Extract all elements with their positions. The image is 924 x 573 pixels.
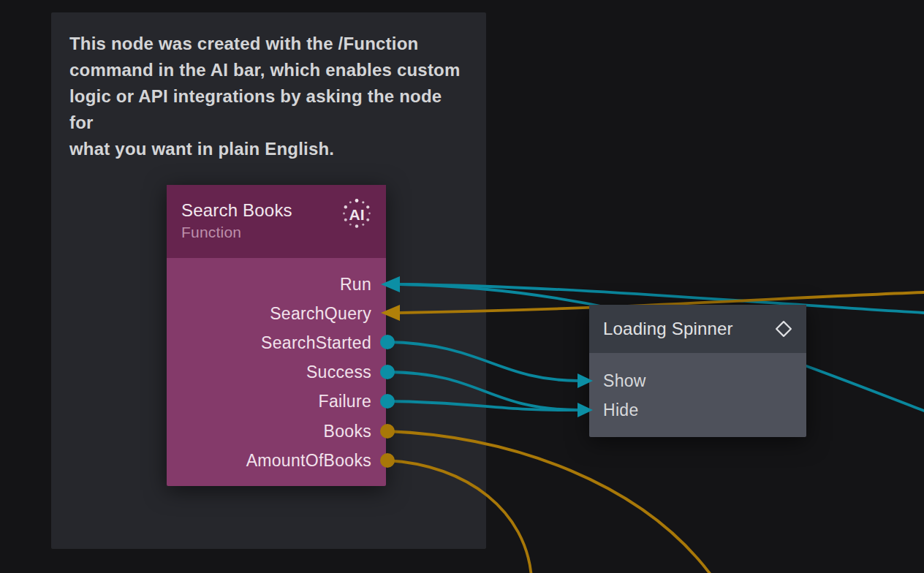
port-show[interactable]: Show: [589, 366, 806, 395]
node-loading-spinner[interactable]: Loading Spinner Show Hide: [589, 305, 806, 437]
port-books[interactable]: Books: [167, 417, 386, 446]
port-amountofbooks[interactable]: AmountOfBooks: [167, 446, 386, 475]
ai-badge-icon: AI: [339, 196, 374, 231]
node-search-books-header[interactable]: Search Books Function AI: [167, 185, 386, 258]
port-success[interactable]: Success: [167, 358, 386, 387]
diamond-component-icon: [773, 318, 795, 340]
port-searchstarted[interactable]: SearchStarted: [167, 328, 386, 357]
ai-badge-label: AI: [349, 206, 365, 223]
node-editor-canvas[interactable]: This node was created with the /Function…: [0, 0, 924, 573]
node-loading-spinner-body: Show Hide: [589, 353, 806, 437]
port-searchquery[interactable]: SearchQuery: [167, 299, 386, 328]
comment-text: This node was created with the /Function…: [51, 12, 486, 162]
port-run[interactable]: Run: [167, 270, 386, 299]
port-failure[interactable]: Failure: [167, 387, 386, 417]
node-loading-spinner-header[interactable]: Loading Spinner: [589, 305, 806, 353]
node-search-books[interactable]: Search Books Function AI: [167, 185, 386, 486]
port-hide[interactable]: Hide: [589, 395, 806, 425]
node-title: Loading Spinner: [603, 319, 773, 339]
node-search-books-body: Run SearchQuery SearchStarted Success Fa…: [167, 258, 386, 486]
